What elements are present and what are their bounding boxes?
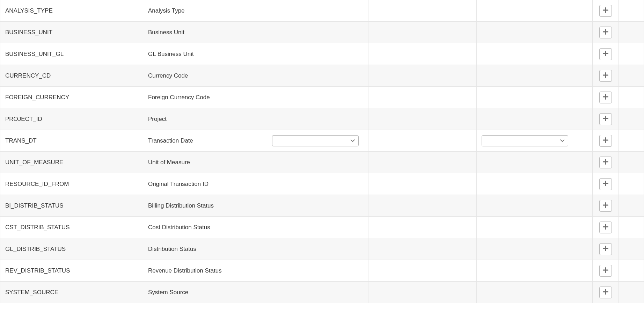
value2-cell bbox=[477, 173, 593, 195]
value-cell bbox=[368, 282, 477, 303]
table-row: SYSTEM_SOURCESystem Source bbox=[0, 282, 644, 303]
field-label: Unit of Measure bbox=[143, 152, 267, 173]
field-label: Original Transaction ID bbox=[143, 173, 267, 195]
table-row: TRANS_DTTransaction Date bbox=[0, 130, 644, 152]
operator-cell bbox=[267, 108, 368, 130]
table-row: RESOURCE_ID_FROMOriginal Transaction ID bbox=[0, 173, 644, 195]
value2-cell bbox=[477, 43, 593, 65]
action-cell bbox=[593, 152, 619, 173]
add-row-button[interactable] bbox=[599, 287, 612, 298]
add-row-button[interactable] bbox=[599, 92, 612, 103]
value2-cell bbox=[477, 260, 593, 281]
plus-icon bbox=[603, 94, 608, 101]
value2-cell bbox=[477, 217, 593, 238]
field-code: RESOURCE_ID_FROM bbox=[0, 173, 143, 195]
filler-cell bbox=[619, 195, 644, 216]
filler-cell bbox=[619, 173, 644, 195]
operator-cell bbox=[267, 0, 368, 21]
value-cell bbox=[368, 130, 477, 151]
add-row-button[interactable] bbox=[599, 243, 612, 255]
value-cell bbox=[368, 108, 477, 130]
filler-cell bbox=[619, 43, 644, 65]
field-code: BUSINESS_UNIT_GL bbox=[0, 43, 143, 65]
value-cell bbox=[368, 260, 477, 281]
operator-cell bbox=[267, 152, 368, 173]
add-row-button[interactable] bbox=[599, 157, 612, 168]
value2-select[interactable] bbox=[482, 135, 568, 146]
table-row: GL_DISTRIB_STATUSDistribution Status bbox=[0, 238, 644, 260]
operator-select[interactable] bbox=[272, 135, 359, 146]
filler-cell bbox=[619, 65, 644, 86]
operator-cell bbox=[267, 260, 368, 281]
plus-icon bbox=[603, 51, 608, 57]
value2-cell bbox=[477, 65, 593, 86]
value2-cell bbox=[477, 195, 593, 216]
plus-icon bbox=[603, 72, 608, 79]
field-label: Distribution Status bbox=[143, 238, 267, 260]
field-code: BI_DISTRIB_STATUS bbox=[0, 195, 143, 216]
action-cell bbox=[593, 87, 619, 108]
value-cell bbox=[368, 217, 477, 238]
table-row: BI_DISTRIB_STATUSBilling Distribution St… bbox=[0, 195, 644, 217]
action-cell bbox=[593, 108, 619, 130]
action-cell bbox=[593, 282, 619, 303]
field-label: Transaction Date bbox=[143, 130, 267, 151]
table-row: PROJECT_IDProject bbox=[0, 108, 644, 130]
action-cell bbox=[593, 22, 619, 43]
field-label: Foreign Currency Code bbox=[143, 87, 267, 108]
action-cell bbox=[593, 43, 619, 65]
field-code: ANALYSIS_TYPE bbox=[0, 0, 143, 21]
add-row-button[interactable] bbox=[599, 135, 612, 147]
action-cell bbox=[593, 260, 619, 281]
add-row-button[interactable] bbox=[599, 70, 612, 82]
add-row-button[interactable] bbox=[599, 48, 612, 60]
field-label: Cost Distribution Status bbox=[143, 217, 267, 238]
action-cell bbox=[593, 65, 619, 86]
add-row-button[interactable] bbox=[599, 178, 612, 190]
value-cell bbox=[368, 173, 477, 195]
plus-icon bbox=[603, 289, 608, 296]
filler-cell bbox=[619, 217, 644, 238]
field-code: TRANS_DT bbox=[0, 130, 143, 151]
add-row-button[interactable] bbox=[599, 200, 612, 212]
field-code: FOREIGN_CURRENCY bbox=[0, 87, 143, 108]
filler-cell bbox=[619, 108, 644, 130]
field-label: Revenue Distribution Status bbox=[143, 260, 267, 281]
field-label: Billing Distribution Status bbox=[143, 195, 267, 216]
action-cell bbox=[593, 217, 619, 238]
add-row-button[interactable] bbox=[599, 222, 612, 233]
field-code: CST_DISTRIB_STATUS bbox=[0, 217, 143, 238]
value2-cell bbox=[477, 130, 593, 151]
table-row: REV_DISTRIB_STATUSRevenue Distribution S… bbox=[0, 260, 644, 282]
operator-cell bbox=[267, 43, 368, 65]
field-code: SYSTEM_SOURCE bbox=[0, 282, 143, 303]
plus-icon bbox=[603, 116, 608, 122]
add-row-button[interactable] bbox=[599, 265, 612, 277]
value2-cell bbox=[477, 87, 593, 108]
table-row: CST_DISTRIB_STATUSCost Distribution Stat… bbox=[0, 217, 644, 238]
action-cell bbox=[593, 195, 619, 216]
table-row: UNIT_OF_MEASUREUnit of Measure bbox=[0, 152, 644, 173]
operator-cell bbox=[267, 238, 368, 260]
filler-cell bbox=[619, 152, 644, 173]
field-code: GL_DISTRIB_STATUS bbox=[0, 238, 143, 260]
field-code: PROJECT_ID bbox=[0, 108, 143, 130]
operator-cell bbox=[267, 65, 368, 86]
action-cell bbox=[593, 130, 619, 151]
field-label: Currency Code bbox=[143, 65, 267, 86]
add-row-button[interactable] bbox=[599, 27, 612, 38]
value2-cell bbox=[477, 238, 593, 260]
add-row-button[interactable] bbox=[599, 113, 612, 125]
table-row: BUSINESS_UNITBusiness Unit bbox=[0, 22, 644, 43]
plus-icon bbox=[603, 159, 608, 166]
table-row: CURRENCY_CDCurrency Code bbox=[0, 65, 644, 87]
operator-cell bbox=[267, 217, 368, 238]
field-code: BUSINESS_UNIT bbox=[0, 22, 143, 43]
plus-icon bbox=[603, 246, 608, 252]
value2-cell bbox=[477, 108, 593, 130]
operator-cell bbox=[267, 173, 368, 195]
table-row: BUSINESS_UNIT_GLGL Business Unit bbox=[0, 43, 644, 65]
action-cell bbox=[593, 0, 619, 21]
value2-cell bbox=[477, 0, 593, 21]
add-row-button[interactable] bbox=[599, 5, 612, 17]
